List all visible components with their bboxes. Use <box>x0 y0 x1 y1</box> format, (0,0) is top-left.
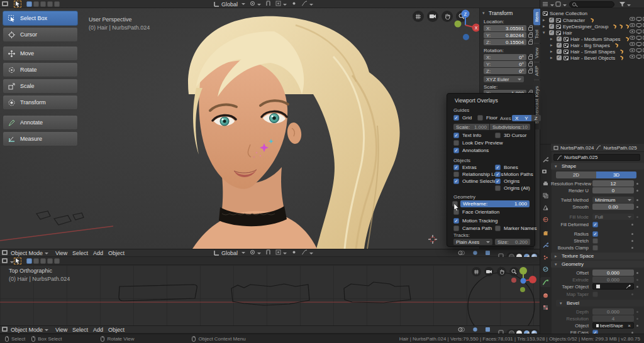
menu-object[interactable]: Object <box>108 250 125 256</box>
origins-all-checkbox[interactable]: Origins (All) <box>495 185 530 191</box>
expand-arrow-icon[interactable]: ▸ <box>550 43 555 48</box>
outliner-filter-button[interactable] <box>619 1 631 8</box>
dimensions-3d-toggle[interactable]: 3D <box>596 172 636 178</box>
outliner-editor-type-button[interactable] <box>542 1 554 8</box>
overlays-toggle-dropdown[interactable] <box>485 327 496 334</box>
tool-measure[interactable]: Measure <box>3 131 78 146</box>
properties-tab-object[interactable] <box>540 228 550 238</box>
expand-arrow-icon[interactable]: ▸ <box>550 55 555 60</box>
lock-icon[interactable] <box>528 34 533 38</box>
disable-viewport-icon[interactable] <box>636 42 641 46</box>
camera-view-button[interactable] <box>427 11 438 22</box>
select-mode-subtract[interactable] <box>40 1 46 7</box>
navigation-gizmo[interactable]: Z X <box>450 9 479 41</box>
properties-tab-scene[interactable] <box>540 202 550 212</box>
origins-checkbox[interactable]: Origins <box>495 178 519 184</box>
collection-checkbox[interactable] <box>557 49 562 54</box>
animate-dot[interactable] <box>636 199 638 201</box>
axis-y-toggle[interactable]: Y <box>521 115 531 121</box>
animate-dot[interactable] <box>636 318 638 320</box>
viewport-3d-bottom[interactable]: Object Mode View Select Add Object Globa… <box>0 249 540 334</box>
npanel-tab-tool[interactable]: Tool <box>533 26 540 43</box>
npanel-tab-item[interactable]: Item <box>533 9 540 25</box>
tool-annotate[interactable]: Annotate <box>3 115 78 130</box>
expand-arrow-icon[interactable]: ▸ <box>550 36 555 41</box>
tracks-type-dropdown[interactable]: Plain Axes <box>453 239 492 245</box>
animate-dot[interactable] <box>636 311 638 313</box>
motion-paths-checkbox[interactable]: Motion Paths <box>495 172 533 177</box>
npanel-tab-arp[interactable]: ARP <box>533 63 540 79</box>
properties-tab-particles[interactable] <box>540 252 550 262</box>
map-taper-checkbox[interactable] <box>592 291 598 297</box>
disable-viewport-icon[interactable] <box>636 30 641 33</box>
camera-path-checkbox[interactable]: Camera Path <box>453 226 492 231</box>
tool-move[interactable]: Move <box>3 46 78 61</box>
data-name-field[interactable]: NurbsPath.025 <box>553 154 640 161</box>
collapse-arrow-icon[interactable]: ▾ <box>543 30 547 35</box>
active-tool-dropdown[interactable] <box>2 258 14 265</box>
outliner-row-eyedesigner-group[interactable]: ▸ EyeDesigner_Group <box>543 23 629 30</box>
collection-checkbox[interactable] <box>557 36 562 41</box>
active-tool-icon[interactable] <box>14 1 21 8</box>
menu-add[interactable]: Add <box>93 250 103 256</box>
rotation-y-field[interactable]: Y:0° <box>484 61 526 67</box>
collection-checkbox[interactable] <box>549 30 554 35</box>
select-mode-invert[interactable] <box>47 258 53 264</box>
outliner-row-character[interactable]: ▸ Character <box>543 17 594 23</box>
fill-mode-dropdown[interactable]: Full <box>592 214 634 220</box>
disable-viewport-icon[interactable] <box>636 17 641 21</box>
axis-x-toggle[interactable]: X <box>512 115 521 121</box>
select-mode-extend[interactable] <box>33 258 39 264</box>
lock-icon[interactable] <box>528 27 533 31</box>
snap-settings-dropdown[interactable] <box>275 1 287 8</box>
marker-names-checkbox[interactable]: Marker Names <box>495 226 536 231</box>
animate-dot[interactable] <box>631 293 633 295</box>
collection-checkbox[interactable] <box>549 24 554 29</box>
animate-dot[interactable] <box>636 325 638 327</box>
taper-object-field[interactable] <box>592 283 634 290</box>
select-mode-extend[interactable] <box>33 1 39 7</box>
select-mode-new[interactable] <box>26 1 32 7</box>
animate-dot[interactable] <box>631 247 633 249</box>
mode-dropdown[interactable]: Object Mode <box>11 327 48 333</box>
proportional-editing-icon[interactable] <box>291 1 297 8</box>
properties-tab-material[interactable] <box>540 290 550 300</box>
outliner-display-mode-button[interactable] <box>555 1 567 8</box>
lock-icon[interactable] <box>528 63 533 67</box>
outliner-search-input[interactable] <box>569 1 614 8</box>
animate-dot[interactable] <box>636 272 638 274</box>
mode-dropdown[interactable]: Object Mode <box>11 250 48 256</box>
animate-dot[interactable] <box>636 286 638 288</box>
location-x-field[interactable]: X:3.05591 <box>484 25 526 31</box>
properties-tab-physics[interactable] <box>540 264 550 274</box>
proportional-editing-icon[interactable] <box>291 249 297 256</box>
bevel-resolution-field[interactable]: 4 <box>592 315 634 322</box>
tool-cursor[interactable]: Cursor <box>3 27 78 42</box>
lock-icon[interactable] <box>528 56 533 60</box>
disable-viewport-icon[interactable] <box>636 55 641 58</box>
editor-type-button[interactable] <box>2 250 8 257</box>
radius-checkbox[interactable] <box>592 231 598 237</box>
hide-viewport-icon[interactable] <box>630 36 635 40</box>
menu-view[interactable]: View <box>55 327 67 333</box>
render-u-field[interactable]: 0 <box>592 187 634 193</box>
hide-viewport-icon[interactable] <box>630 23 635 27</box>
proportional-falloff-dropdown[interactable] <box>301 249 313 256</box>
collection-checkbox[interactable] <box>549 18 554 23</box>
shape-section-header[interactable]: ▾Shape <box>551 163 644 170</box>
properties-tab-view-layer[interactable] <box>540 190 550 200</box>
npanel-tab-view[interactable]: View <box>533 44 540 62</box>
disable-viewport-icon[interactable] <box>636 48 641 52</box>
gizmos-dropdown[interactable] <box>472 327 483 334</box>
collection-checkbox[interactable] <box>557 43 562 48</box>
hide-viewport-icon[interactable] <box>630 55 635 58</box>
look-dev-preview-checkbox[interactable]: Look Dev Preview <box>453 140 502 146</box>
select-mode-new[interactable] <box>26 258 32 264</box>
grid-subdivisions-field[interactable]: Subdivisions:10 <box>490 124 530 130</box>
properties-tab-render[interactable] <box>540 166 550 177</box>
properties-tab-output[interactable] <box>540 178 550 188</box>
tool-transform[interactable]: Transform <box>3 95 78 110</box>
texture-space-section-header[interactable]: ▸Texture Space <box>551 253 644 259</box>
select-mode-intersect[interactable] <box>54 258 60 264</box>
stretch-checkbox[interactable] <box>592 238 598 244</box>
